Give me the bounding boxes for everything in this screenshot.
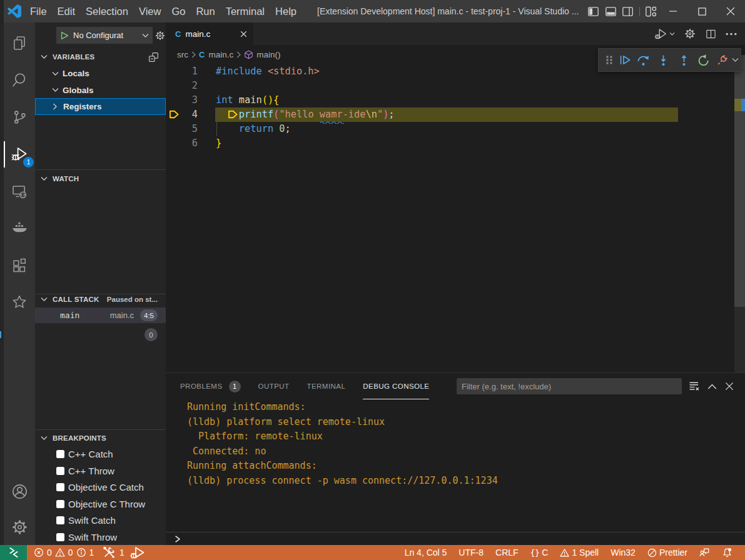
step-out-button[interactable]	[677, 49, 691, 71]
sidebar-item-source-control[interactable]	[4, 102, 35, 132]
scope-globals[interactable]: Globals	[35, 82, 166, 99]
menu-selection[interactable]: Selection	[81, 0, 134, 22]
step-into-button[interactable]	[656, 49, 670, 71]
split-editor-icon[interactable]	[706, 29, 716, 39]
toggle-panel-icon[interactable]	[605, 6, 617, 18]
breakpoint-swift-throw[interactable]: Swift Throw	[35, 529, 166, 545]
menu-view[interactable]: View	[133, 0, 166, 22]
breakpoint-checkbox[interactable]	[56, 450, 64, 458]
close-panel-icon[interactable]	[725, 382, 734, 391]
toolchain-status-item[interactable]: 1	[102, 545, 124, 560]
encoding-item[interactable]: UTF-8	[459, 548, 484, 558]
breakpoint-swift-catch[interactable]: Swift Catch	[35, 512, 166, 529]
menu-terminal[interactable]: Terminal	[220, 0, 270, 22]
problems-status-item[interactable]: 0 0 1	[34, 545, 94, 560]
sidebar-item-account[interactable]	[4, 476, 35, 506]
menu-run[interactable]: Run	[191, 0, 220, 22]
maximize-button[interactable]	[687, 0, 716, 22]
breakpoint-checkbox[interactable]	[56, 516, 64, 524]
code-token: "	[377, 109, 383, 120]
sidebar-item-extensions[interactable]	[4, 250, 35, 280]
toggle-sidebar-left-icon[interactable]	[587, 6, 599, 18]
sidebar-item-search[interactable]	[4, 65, 35, 95]
call-stack-frame-row[interactable]: main main.c 4:5	[35, 308, 166, 323]
scope-registers[interactable]: Registers	[35, 98, 166, 115]
close-tab-icon[interactable]	[240, 31, 247, 38]
menu-go[interactable]: Go	[166, 0, 191, 22]
code-editor[interactable]: 123456 #include <stdio.h>int main(){ pri…	[166, 64, 734, 372]
menu-edit[interactable]: Edit	[52, 0, 80, 22]
step-over-button[interactable]	[636, 49, 651, 71]
close-window-button[interactable]	[716, 0, 745, 22]
menu-help[interactable]: Help	[270, 0, 302, 22]
panel-tab-terminal[interactable]: TERMINAL	[307, 373, 346, 399]
breadcrumb-symbol[interactable]: main()	[256, 50, 280, 59]
breakpoint-checkbox[interactable]	[56, 467, 64, 475]
toolbar-drag-handle[interactable]	[604, 49, 615, 71]
spell-status-item[interactable]: 1 Spell	[560, 548, 599, 558]
continue-button[interactable]	[618, 49, 632, 71]
launch-configuration-dropdown[interactable]: No Configurat	[56, 27, 153, 44]
breadcrumb-folder[interactable]: src	[177, 50, 188, 59]
menu-file[interactable]: File	[25, 0, 53, 22]
panel-tab-problems[interactable]: PROBLEMS1	[180, 373, 241, 399]
customize-layout-icon[interactable]	[645, 6, 657, 18]
start-debug-icon[interactable]	[61, 31, 69, 40]
chevron-down-icon[interactable]	[731, 49, 739, 71]
language-mode-item[interactable]: {} C	[530, 548, 549, 558]
remote-indicator[interactable]	[0, 545, 27, 560]
breakpoint-label: Swift Throw	[68, 532, 117, 542]
sidebar-item-explorer[interactable]	[4, 28, 35, 58]
watch-section-header[interactable]: WATCH	[35, 172, 166, 186]
sidebar-item-remote-explorer[interactable]	[4, 176, 35, 206]
breakpoint-objective-c-catch[interactable]: Objective C Catch	[35, 479, 166, 496]
breakpoint-checkbox[interactable]	[56, 500, 64, 508]
clear-console-icon[interactable]	[689, 381, 699, 391]
line-number[interactable]: 1	[166, 64, 198, 79]
console-filter-input[interactable]	[457, 378, 682, 394]
breakpoint-c-throw[interactable]: C++ Throw	[35, 462, 166, 479]
editor-gear-icon[interactable]	[684, 28, 696, 39]
breakpoint-objective-c-throw[interactable]: Objective C Throw	[35, 496, 166, 512]
notifications-item[interactable]	[722, 548, 732, 558]
call-stack-section-header[interactable]: CALL STACK Paused on st...	[35, 292, 166, 306]
cursor-position-item[interactable]: Ln 4, Col 5	[405, 548, 447, 558]
restart-button[interactable]	[696, 49, 710, 71]
sidebar-item-star[interactable]	[4, 287, 35, 317]
panel-tab-output[interactable]: OUTPUT	[258, 373, 290, 399]
extensions-icon	[12, 258, 28, 273]
sidebar-item-settings[interactable]	[4, 512, 35, 542]
panel-tab-debug-console[interactable]: DEBUG CONSOLE	[363, 373, 429, 399]
feedback-item[interactable]	[699, 548, 710, 558]
code-token	[216, 123, 239, 134]
editor-scrollbar[interactable]	[734, 55, 745, 307]
variables-section-header[interactable]: VARIABLES	[35, 50, 166, 64]
breakpoint-checkbox[interactable]	[56, 483, 64, 491]
sidebar-item-docker[interactable]	[4, 213, 35, 243]
code-token: }	[216, 138, 221, 149]
eol-item[interactable]: CRLF	[495, 548, 519, 558]
collapse-all-icon[interactable]	[148, 52, 159, 62]
minimize-button[interactable]	[659, 0, 687, 22]
maximize-panel-icon[interactable]	[707, 384, 717, 389]
disconnect-button[interactable]	[714, 49, 729, 71]
launch-settings-gear-icon[interactable]	[155, 31, 165, 41]
breakpoint-c-catch[interactable]: C++ Catch	[35, 446, 166, 462]
formatter-item[interactable]: Prettier	[647, 548, 687, 558]
line-number[interactable]: 6	[166, 136, 198, 151]
toggle-sidebar-right-icon[interactable]	[622, 6, 634, 18]
breakpoint-checkbox[interactable]	[56, 533, 64, 541]
platform-item[interactable]: Win32	[611, 548, 636, 558]
line-number[interactable]: 3	[166, 93, 198, 108]
debug-status-item[interactable]	[130, 545, 145, 560]
line-number[interactable]: 2	[166, 79, 198, 93]
console-prompt-icon[interactable]	[174, 535, 181, 543]
breadcrumb-file[interactable]: main.c	[208, 50, 233, 59]
scope-locals[interactable]: Locals	[35, 65, 166, 82]
breakpoints-section-header[interactable]: BREAKPOINTS	[35, 431, 166, 445]
debug-run-file-button[interactable]	[654, 28, 675, 41]
line-number[interactable]: 5	[166, 122, 198, 136]
debug-console-output[interactable]: Running initCommands:(lldb) platform sel…	[187, 400, 498, 488]
more-actions-icon[interactable]	[726, 32, 737, 36]
tab-main-c[interactable]: C main.c	[166, 22, 253, 45]
